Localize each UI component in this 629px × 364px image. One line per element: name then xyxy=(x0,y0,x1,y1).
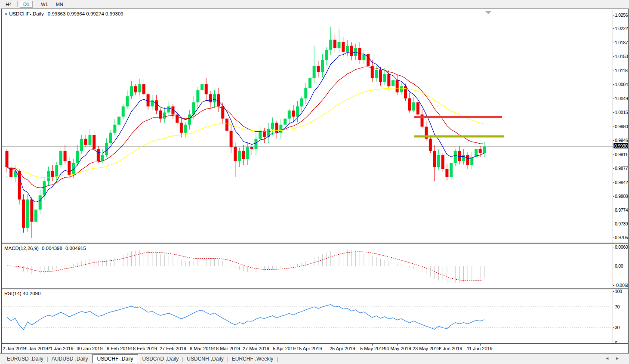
date-axis-label: 8 Feb 2019 xyxy=(107,346,131,351)
candle-body xyxy=(408,99,411,111)
candle-body xyxy=(9,167,12,177)
toolbar-separator xyxy=(69,1,69,8)
date-axis-tick xyxy=(36,344,36,345)
candle-body xyxy=(142,84,145,95)
candle-body xyxy=(250,147,253,149)
candle-body xyxy=(458,151,461,161)
timeframe-button-mn[interactable]: MN xyxy=(52,1,67,8)
rsi-axis-tick xyxy=(613,327,614,328)
price-axis-label: 1.02220 xyxy=(615,26,628,31)
main-plot-area[interactable]: ▼ USDCHF-,Daily 0.99363 0.99364 0.99274 … xyxy=(2,10,613,243)
tab-separator: | xyxy=(277,356,278,362)
price-axis-tick xyxy=(613,238,614,238)
chart-tab-eurusd[interactable]: EURUSD-,Daily xyxy=(3,355,48,363)
candle-body xyxy=(134,86,137,92)
toolbar-separator xyxy=(17,1,18,7)
macd-plot-area[interactable]: MACD(12,26,9) -0.004398 -0.004915 xyxy=(2,244,613,288)
candle-body xyxy=(271,123,274,129)
price-axis-label: 0.98420 xyxy=(615,180,628,185)
rsi-chart-canvas[interactable] xyxy=(2,290,613,343)
candle-body xyxy=(200,84,204,90)
rsi-plot-area[interactable]: RSI(14) 40.2090 xyxy=(2,290,613,343)
candle-body xyxy=(80,139,83,151)
chart-ohlc-values: 0.99363 0.99364 0.99274 0.99309 xyxy=(48,11,123,16)
chart-tab-audusd[interactable]: AUDUSD-,Daily xyxy=(47,355,92,363)
macd-signal-line xyxy=(7,252,484,281)
price-axis-label: 1.00150 xyxy=(615,110,628,115)
candle-body xyxy=(113,125,116,133)
date-axis-label: 27 Feb 2019 xyxy=(160,346,186,351)
chart-tab-eurchf[interactable]: EURCHF-,Weekly xyxy=(228,355,278,363)
chart-shift-marker-icon[interactable] xyxy=(485,11,491,14)
timeframe-button-h4[interactable]: H4 xyxy=(2,1,15,8)
candle-body xyxy=(308,78,311,89)
price-axis-tick xyxy=(613,28,614,29)
rsi-axis[interactable]: 10070300 xyxy=(613,290,628,343)
date-axis-label: 11 Jun 2019 xyxy=(467,346,493,351)
candle-body xyxy=(147,94,150,106)
tab-scroll-arrows: ◄► xyxy=(605,356,626,361)
rsi-axis-label: 70 xyxy=(615,304,620,309)
date-axis-tick xyxy=(173,344,173,345)
current-price-badge: 0.99309 xyxy=(614,143,628,148)
chart-tab-usdcnh[interactable]: USDCNH-,Daily xyxy=(182,355,228,363)
price-axis-label: 1.01180 xyxy=(615,68,628,73)
price-axis-tick xyxy=(613,168,614,169)
candle-body xyxy=(350,46,353,56)
date-axis-label: 5 May 2019 xyxy=(360,346,385,351)
price-axis-tick xyxy=(613,126,614,127)
candle-body xyxy=(429,139,432,151)
candle-body xyxy=(230,131,233,147)
candle-body xyxy=(72,163,75,175)
price-axis-tick xyxy=(613,196,614,197)
rsi-axis-label: 30 xyxy=(615,325,620,330)
timeframe-button-w1[interactable]: W1 xyxy=(37,1,52,8)
date-axis-tick xyxy=(144,344,144,345)
candle-body xyxy=(404,86,407,98)
candle-body xyxy=(105,143,108,155)
candle-body xyxy=(433,151,436,167)
macd-axis[interactable]: 0.0060580.00-0.006096 xyxy=(613,244,628,288)
date-axis-label: 18 Feb 2019 xyxy=(130,346,157,351)
candle-body xyxy=(43,181,46,195)
candle-body xyxy=(55,165,58,177)
symbol-dropdown-icon[interactable]: ▼ xyxy=(4,12,8,16)
candle-body xyxy=(275,123,278,133)
chart-tab-usdcad[interactable]: USDCAD-,Daily xyxy=(138,355,183,363)
candle-body xyxy=(375,70,378,78)
candle-body xyxy=(184,125,187,133)
candlestick-chart-canvas[interactable] xyxy=(2,10,613,243)
candle-body xyxy=(30,200,33,222)
candle-body xyxy=(47,171,50,182)
rsi-axis-label: 100 xyxy=(615,290,622,294)
date-axis-tick xyxy=(285,344,285,345)
candle-body xyxy=(76,151,79,163)
tab-scroll-left-arrow[interactable]: ◄ xyxy=(605,356,615,361)
price-axis-tick xyxy=(613,84,614,85)
candle-body xyxy=(246,147,249,159)
candle-body xyxy=(300,99,303,107)
date-axis-tick xyxy=(61,344,61,345)
timeframe-button-d1[interactable]: D1 xyxy=(20,1,33,8)
price-axis-label: 0.99110 xyxy=(615,152,628,157)
candle-body xyxy=(445,169,448,177)
candle-body xyxy=(163,113,166,119)
date-axis-tick xyxy=(451,344,451,345)
macd-indicator-panel: MACD(12,26,9) -0.004398 -0.004915 0.0060… xyxy=(2,244,628,288)
price-axis[interactable]: 1.025601.022201.018701.015301.011801.008… xyxy=(613,10,628,243)
date-axis-label: 15 Apr 2019 xyxy=(296,346,322,351)
macd-chart-canvas[interactable] xyxy=(2,244,613,288)
candle-body xyxy=(117,117,120,125)
rsi-axis-tick xyxy=(613,291,614,292)
price-axis-label: 0.97050 xyxy=(615,235,628,240)
candle-body xyxy=(284,119,287,125)
chart-tab-usdchf[interactable]: USDCHF-,Daily xyxy=(92,354,138,363)
tab-scroll-right-arrow[interactable]: ► xyxy=(615,356,626,361)
candle-body xyxy=(180,123,183,133)
candle-body xyxy=(392,80,395,86)
candle-body xyxy=(462,155,465,161)
candle-body xyxy=(450,163,453,177)
date-axis[interactable]: 2 Jan 201911 Jan 201921 Jan 201930 Jan 2… xyxy=(2,343,628,353)
price-axis-label: 0.97390 xyxy=(615,221,628,226)
candle-body xyxy=(6,151,9,167)
